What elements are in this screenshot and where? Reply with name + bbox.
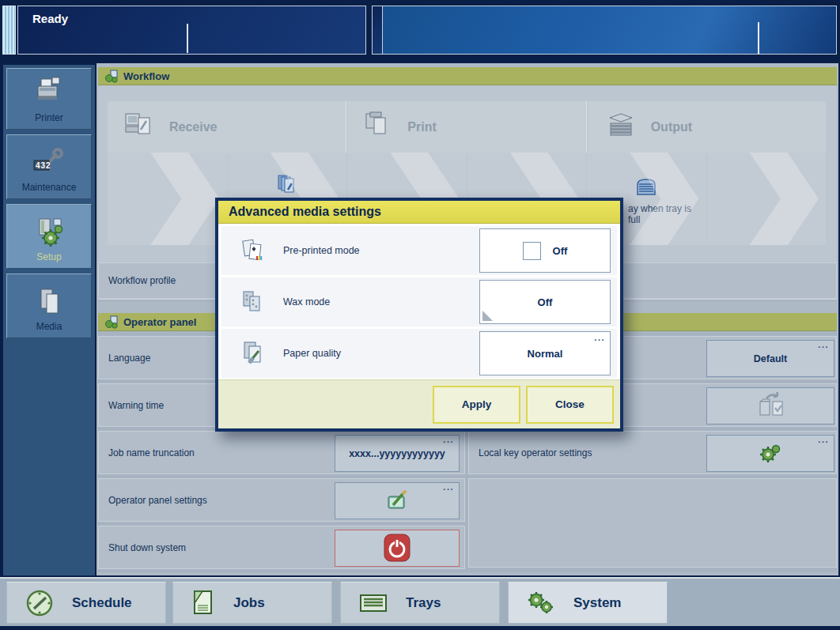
job-name-truncation-value-button[interactable]: ... xxxx...yyyyyyyyyyyy — [335, 435, 460, 472]
schedule-clock-icon — [25, 588, 55, 618]
wax-mode-value-button[interactable]: Off — [479, 280, 611, 324]
operator-panel-settings-button[interactable]: ... — [335, 482, 460, 519]
close-button[interactable]: Close — [526, 386, 614, 424]
info-panel-display — [383, 6, 836, 54]
tab-label: Schedule — [72, 595, 132, 611]
workflow-tile-output[interactable]: Output — [588, 101, 826, 153]
setup-icon — [7, 217, 91, 247]
setting-row-shut-down: Shut down system — [98, 526, 465, 569]
output-icon — [604, 111, 638, 143]
tab-schedule[interactable]: Schedule — [6, 582, 166, 624]
operator-panel-header-icon — [104, 315, 119, 329]
dialog-row-label: Wax mode — [283, 296, 330, 307]
paper-quality-icon — [240, 340, 266, 367]
dialog-title: Advanced media settings — [229, 205, 381, 219]
value-text: Off — [553, 245, 568, 257]
sync-documents-icon — [753, 391, 788, 421]
sidebar-item-setup[interactable]: Setup — [6, 204, 92, 269]
advanced-media-settings-dialog: Advanced media settings Pre-printed mode… — [215, 198, 623, 432]
sidebar-item-media[interactable]: Media — [6, 274, 92, 338]
receive-icon — [123, 110, 157, 145]
printer-icon — [7, 77, 91, 102]
tray-note-text: ay when tray is full — [628, 203, 706, 225]
value-text: Normal — [528, 348, 563, 360]
sidebar-item-label: Media — [7, 321, 91, 332]
sidebar: Printer 432 Maintenance — [3, 65, 95, 575]
workflow-tile-print[interactable]: Print — [347, 101, 586, 153]
workflow-section-header: Workflow — [98, 67, 837, 85]
setting-label: Operator panel settings — [108, 495, 207, 506]
tab-label: Jobs — [233, 595, 265, 611]
value-text: Off — [538, 296, 553, 308]
print-icon — [363, 111, 395, 144]
workflow-header-icon — [104, 70, 119, 83]
paper-quality-value-button[interactable]: ... Normal — [479, 331, 611, 375]
workflow-step-panel — [108, 153, 227, 245]
status-stripe-decoration — [2, 6, 16, 55]
status-panel-divider — [187, 24, 188, 53]
more-indicator: ... — [594, 334, 605, 341]
dialog-footer: Apply Close — [218, 379, 620, 428]
default-button[interactable]: ... Default — [706, 340, 834, 377]
workflow-tile-receive[interactable]: Receive — [108, 101, 346, 153]
apply-button-label: Apply — [462, 398, 492, 410]
dialog-row-label: Pre-printed mode — [283, 245, 360, 256]
info-panel — [372, 6, 837, 55]
tab-label: System — [573, 595, 621, 611]
shut-down-button[interactable] — [335, 530, 460, 567]
sidebar-item-printer[interactable]: Printer — [6, 68, 92, 130]
more-indicator: ... — [443, 436, 454, 443]
sidebar-item-label: Setup — [7, 251, 91, 262]
tab-system[interactable]: System — [508, 582, 668, 624]
setting-label: Shut down system — [108, 542, 186, 553]
workflow-tile-label: Output — [651, 120, 692, 134]
printer-control-screen: Ready Printer — [0, 0, 840, 630]
dialog-title-bar: Advanced media settings — [218, 201, 620, 224]
setting-label: Language — [108, 353, 150, 364]
tab-jobs[interactable]: Jobs — [172, 582, 332, 624]
workflow-tile-label: Receive — [169, 120, 218, 134]
dialog-row-label: Paper quality — [283, 348, 341, 359]
trays-icon — [358, 592, 388, 614]
dialog-row-paper-quality: Paper quality ... Normal — [221, 329, 617, 378]
more-indicator: ... — [818, 436, 829, 443]
info-panel-divider — [758, 22, 759, 54]
workflow-tile-label: Print — [407, 120, 436, 134]
value-text: xxxx...yyyyyyyyyyyy — [349, 448, 445, 459]
dialog-row-wax-mode: Wax mode Off — [221, 277, 617, 326]
right-panel-filler — [468, 478, 837, 568]
workflow-step-panel — [707, 153, 827, 245]
pre-printed-mode-checkbox[interactable] — [523, 242, 541, 260]
close-button-label: Close — [555, 398, 585, 410]
sidebar-item-maintenance[interactable]: 432 Maintenance — [6, 134, 92, 199]
wax-mode-icon — [240, 289, 266, 315]
setting-label: Local key operator settings — [479, 447, 592, 458]
document-stack-icon — [276, 173, 298, 200]
media-icon — [7, 287, 91, 317]
system-gears-icon — [526, 589, 556, 617]
info-panel-left-cell — [373, 6, 383, 54]
setting-label: Job name truncation — [108, 447, 195, 458]
setting-row-local-key-operator: Local key operator settings ... — [468, 431, 837, 474]
pre-printed-mode-icon — [240, 237, 266, 264]
local-key-operator-settings-button[interactable]: ... — [706, 435, 834, 472]
operator-panel-header-title: Operator panel — [123, 316, 196, 328]
power-icon — [381, 533, 413, 564]
maintenance-icon: 432 — [7, 148, 91, 176]
dialog-row-pre-printed-mode: Pre-printed mode Off — [221, 226, 617, 275]
status-panel: Ready — [17, 6, 366, 55]
status-text: Ready — [32, 12, 68, 25]
sync-documents-button[interactable] — [706, 387, 834, 424]
apply-button[interactable]: Apply — [433, 386, 520, 424]
tray-icon — [634, 176, 658, 202]
svg-text:432: 432 — [36, 161, 51, 170]
pre-printed-mode-toggle-button[interactable]: Off — [479, 228, 611, 273]
sidebar-item-label: Maintenance — [7, 182, 91, 193]
gear-icon — [758, 442, 783, 466]
setting-label: Warning time — [108, 400, 164, 411]
tab-label: Trays — [406, 595, 441, 611]
workflow-profile-label: Workflow profile — [108, 275, 176, 286]
edit-icon — [384, 489, 411, 513]
tab-trays[interactable]: Trays — [340, 582, 500, 624]
bottom-tab-bar: Schedule Jobs — [0, 577, 840, 626]
